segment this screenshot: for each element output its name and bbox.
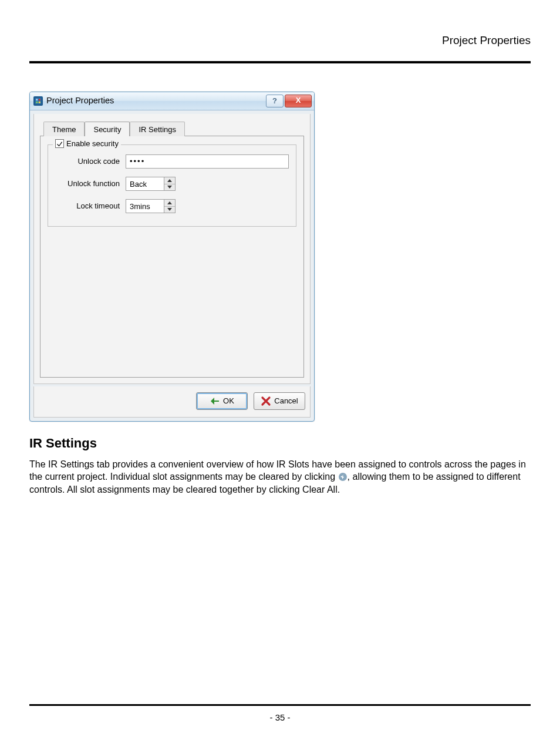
chevron-down-icon [164, 206, 175, 213]
unlock-function-input[interactable] [126, 177, 164, 191]
tab-ir-settings[interactable]: IR Settings [130, 122, 185, 137]
svg-rect-2 [39, 99, 41, 100]
tab-security-label: Security [93, 125, 121, 134]
enable-security-fieldset: Enable security Unlock code •••• Unlock … [48, 144, 296, 227]
svg-rect-1 [36, 99, 38, 100]
dialog-tabs: Theme Security IR Settings [43, 121, 304, 136]
lock-timeout-label: Lock timeout [55, 201, 120, 211]
footer-rule [29, 704, 531, 706]
cancel-button-label: Cancel [274, 396, 298, 406]
page-header-title: Project Properties [29, 33, 531, 48]
dialog-help-button[interactable]: ? [266, 95, 284, 107]
chevron-up-icon [164, 177, 175, 184]
cancel-icon [261, 396, 271, 406]
dialog-title: Project Properties [46, 95, 114, 107]
tab-theme[interactable]: Theme [43, 122, 85, 137]
tab-theme-label: Theme [52, 125, 76, 134]
lock-timeout-stepper[interactable] [164, 199, 176, 213]
unlock-code-input[interactable]: •••• [126, 154, 289, 169]
tab-security[interactable]: Security [85, 122, 130, 137]
dialog-titlebar: Project Properties ? X [30, 92, 314, 110]
enable-security-label: Enable security [66, 139, 119, 149]
lock-timeout-input[interactable] [126, 199, 164, 213]
clear-slot-icon [338, 472, 348, 482]
unlock-function-stepper[interactable] [164, 177, 176, 191]
chevron-down-icon [164, 184, 175, 191]
unlock-code-label: Unlock code [55, 156, 120, 167]
dialog-close-button[interactable]: X [285, 95, 312, 107]
tab-panel-security: Enable security Unlock code •••• Unlock … [40, 136, 304, 378]
unlock-code-value: •••• [130, 156, 145, 167]
header-rule [29, 61, 531, 63]
tab-ir-label: IR Settings [139, 125, 176, 134]
close-icon: X [296, 95, 301, 106]
cancel-button[interactable]: Cancel [254, 392, 305, 410]
svg-rect-4 [39, 101, 41, 103]
app-icon [33, 96, 43, 106]
enable-security-checkbox[interactable] [55, 139, 64, 148]
ok-button-label: OK [223, 396, 234, 406]
dialog-screenshot: Project Properties ? X Theme [29, 92, 531, 422]
chevron-up-icon [164, 200, 175, 206]
ok-icon [210, 396, 220, 406]
section-heading-ir-settings: IR Settings [29, 435, 531, 452]
page-number: - 35 - [0, 712, 560, 724]
help-icon: ? [272, 96, 277, 106]
section-body: The IR Settings tab provides a convenien… [29, 458, 531, 496]
unlock-function-label: Unlock function [55, 179, 120, 189]
ok-button[interactable]: OK [196, 392, 248, 410]
svg-rect-3 [36, 101, 38, 103]
